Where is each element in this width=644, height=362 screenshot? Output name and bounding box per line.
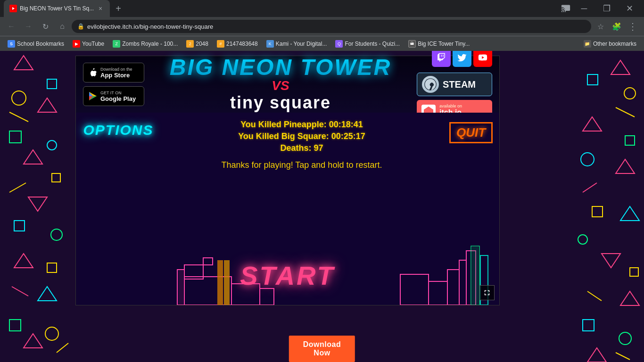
fullscreen-button[interactable] [479,285,495,300]
maximize-button[interactable]: ❐ [596,0,618,17]
vs-text: VS [272,79,289,93]
svg-point-29 [581,153,594,166]
youtube-social-icon[interactable] [473,51,492,67]
svg-marker-6 [38,98,57,112]
bookmark-star-icon[interactable]: ☆ [593,19,608,34]
active-tab[interactable]: Big NEON Tower VS Tin Sq... × [4,0,110,17]
page-content: Download on the App Store GET IT ON [0,51,644,362]
bookmark-zombs[interactable]: Z Zombs Royale - 100... [109,38,182,49]
start-button-area: START [240,260,335,291]
ice-favicon: 🏔 [408,40,416,48]
url-bar[interactable]: 🔒 evilobjective.itch.io/big-neon-tower-t… [72,20,591,33]
other-bookmarks[interactable]: 📁 Other bookmarks [580,38,640,49]
svg-rect-19 [9,320,21,331]
browser-window: Big NEON Tower VS Tin Sq... × + ─ ❐ ✕ ← … [0,0,644,362]
bookmark-quiz[interactable]: Q For Students - Quizi... [331,38,404,49]
svg-marker-27 [583,117,602,131]
quit-button[interactable]: QUIT [449,122,493,143]
svg-rect-39 [583,320,594,331]
svg-marker-9 [24,150,42,164]
svg-marker-30 [616,159,635,173]
bookmark-kami[interactable]: K Kami - Your Digital... [263,38,331,49]
google-play-text: GET IT ON Google Play [100,90,136,102]
steam-label: STEAM [443,79,476,90]
window-controls: ─ ❐ ✕ [559,0,640,17]
svg-marker-2 [14,56,33,70]
svg-rect-32 [592,206,603,217]
svg-marker-41 [587,348,606,362]
svg-line-17 [12,287,28,296]
svg-point-14 [51,229,62,240]
quiz-favicon: Q [335,40,343,48]
svg-rect-58 [429,281,447,305]
svg-marker-15 [14,254,33,268]
deaths-count: Deaths: 97 [280,143,323,153]
bookmark-ice[interactable]: 🏔 Big ICE Tower Tiny... [405,38,473,49]
svg-rect-24 [587,74,598,85]
svg-line-11 [9,183,26,192]
game-header: Download on the App Store GET IT ON [76,56,499,113]
google-play-button[interactable]: GET IT ON Google Play [83,86,144,106]
extensions-icon[interactable]: 🧩 [609,19,624,34]
bookmark-2048[interactable]: 2 2048 [182,38,212,49]
kami-favicon: K [266,40,274,48]
svg-point-25 [624,88,636,99]
svg-marker-38 [620,291,639,305]
bookmark-youtube[interactable]: ▶ YouTube [69,38,108,49]
start-button[interactable]: START [240,260,335,291]
svg-rect-3 [47,79,57,89]
back-button[interactable]: ← [4,19,19,34]
forward-button[interactable]: → [21,19,36,34]
minimize-button[interactable]: ─ [573,0,595,17]
youtube-favicon: ▶ [73,40,80,48]
bookmark-nums[interactable]: # 2147483648 [213,38,262,49]
twitch-icon[interactable] [432,51,451,67]
folder-icon: 📁 [584,40,591,48]
svg-marker-35 [602,254,620,268]
tab-bar: Big NEON Tower VS Tin Sq... × + ─ ❐ ✕ [0,0,644,17]
svg-line-42 [616,353,630,360]
twitter-icon[interactable] [453,51,471,67]
svg-rect-7 [9,131,21,143]
bookmark-school[interactable]: S School Bookmarks [4,38,68,49]
svg-rect-54 [178,271,183,304]
tab-close-button[interactable]: × [97,5,104,12]
chrome-menu-button[interactable]: ⋮ [625,19,640,34]
security-icon: 🔒 [77,23,84,30]
svg-marker-21 [24,334,42,348]
svg-rect-57 [400,274,429,305]
svg-rect-51 [203,258,213,265]
svg-line-37 [587,291,602,301]
thanks-message: Thanks for playing! Tap and hold to rest… [222,159,382,172]
svg-line-22 [57,343,68,353]
app-store-button[interactable]: Download on the App Store [83,63,144,82]
svg-marker-33 [620,206,639,221]
game-area: Download on the App Store GET IT ON [75,56,500,305]
cast-button[interactable] [559,2,572,15]
svg-rect-55 [217,260,223,305]
new-tab-button[interactable]: + [112,2,125,15]
svg-rect-13 [14,221,25,231]
close-window-button[interactable]: ✕ [619,0,640,17]
2048-favicon: 2 [186,40,194,48]
refresh-button[interactable]: ↻ [38,19,53,34]
home-button[interactable]: ⌂ [55,19,70,34]
stat-big-square: You Killed Big Square: 00:25:17 [238,132,365,141]
svg-rect-60 [459,260,466,305]
game-title-line1: BIG NEON TOWER [170,56,391,79]
bookmarks-bar: S School Bookmarks ▶ YouTube Z Zombs Roy… [0,36,644,51]
download-now-button[interactable]: Download Now [289,336,355,362]
steam-button[interactable]: STEAM [417,73,492,96]
school-favicon: S [8,40,15,48]
nums-favicon: # [217,40,224,48]
svg-line-31 [583,183,597,192]
options-button[interactable]: OPTIONS [83,122,153,138]
url-text: evilobjective.itch.io/big-neon-tower-tin… [87,23,213,30]
game-title-line2: tiny square [230,93,331,113]
apple-icon [88,68,98,77]
app-store-text: Download on the App Store [100,67,132,79]
svg-line-5 [9,112,28,122]
svg-line-26 [616,107,635,117]
svg-rect-36 [630,268,638,276]
stat-pineapple: You Killed Pineapple: 00:18:41 [240,120,363,130]
